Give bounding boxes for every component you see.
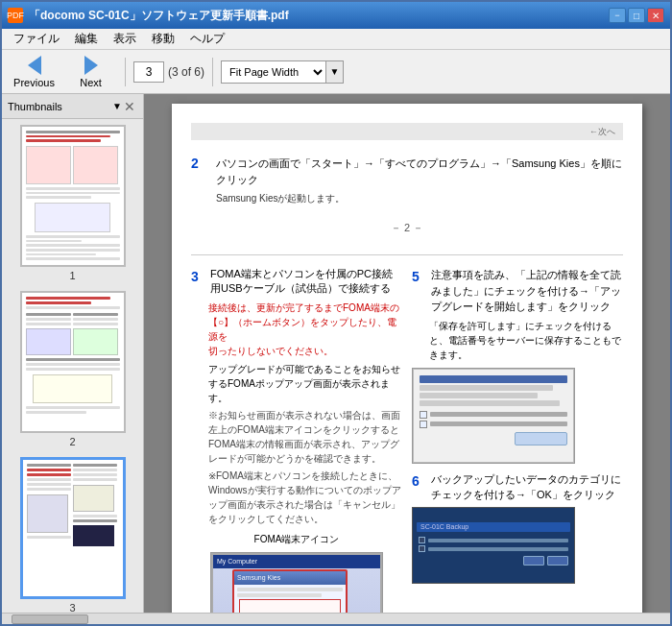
step-2-content: パソコンの画面で「スタート」→「すべてのプログラム」→「Samsung Kies… [216,156,623,205]
page-number-2: － 2 － [191,221,623,235]
step-6-area: 6 バックアップしたいデータのカテゴリにチェックを付ける→「OK」をクリック [412,471,623,584]
step-6-number: 6 [412,471,427,492]
menu-help[interactable]: ヘルプ [182,29,232,49]
step-6-screenshot: SC-01C Backup [412,507,575,584]
step-3-warning: 接続後は、更新が完了するまでFOMA端末の 【○】（ホームボタン）をタップしたり… [208,301,402,358]
step-5-number: 5 [412,267,427,287]
sidebar-close-button[interactable]: ✕ [122,99,137,114]
sidebar-header: Thumbnails ▼ ✕ [2,94,143,119]
page-top-section: ←次へ 2 パソコンの画面で「スタート」→「すべてのプログラム」→「Samsun… [191,123,623,255]
menu-edit[interactable]: 編集 [67,29,106,49]
step-2-sub: Samsung Kiesが起動します。 [216,191,623,205]
window-controls: － □ ✕ [609,8,664,23]
pdf-view-area[interactable]: ←次へ 2 パソコンの画面で「スタート」→「すべてのプログラム」→「Samsun… [144,94,670,613]
step-6-title: バックアップしたいデータのカテゴリにチェックを付ける→「OK」をクリック [431,471,623,503]
step-3-area: 3 FOMA端末とパソコンを付属のPC接続用USBケーブル（試供品）で接続する … [191,267,402,613]
bottom-scrollbar[interactable] [2,613,670,624]
next-label: Next [80,77,102,88]
step-5-screenshot [412,368,575,464]
step-2-number: 2 [191,156,206,205]
toolbar: Previous Next (3 of 6) Fit Page Width Fi… [2,50,670,94]
toolbar-separator [125,58,126,86]
window-frame: PDF 「docomo SC-01C」ソフトウェア更新手順書.pdf － □ ✕… [0,0,672,626]
thumbnail-page-2[interactable]: 2 [6,291,139,447]
thumb-img-3 [20,457,126,599]
app-icon: PDF [8,8,23,23]
page-info: (3 of 6) [168,65,204,79]
window-title: 「docomo SC-01C」ソフトウェア更新手順書.pdf [29,8,609,24]
page3-right-col: 5 注意事項を読み、「上記の情報を全て読みました」にチェックを付ける→「アップグ… [412,267,623,613]
page-number-input[interactable] [133,61,164,83]
sidebar-label: Thumbnails [8,101,110,112]
thumb-label-1: 1 [69,270,75,281]
title-bar: PDF 「docomo SC-01C」ソフトウェア更新手順書.pdf － □ ✕ [2,2,670,29]
page-navigation: (3 of 6) [133,61,204,83]
previous-button[interactable]: Previous [8,54,60,90]
fit-select[interactable]: Fit Page Width Fit Page Actual Size [221,60,326,84]
next-button[interactable]: Next [64,54,117,90]
fit-select-group: Fit Page Width Fit Page Actual Size ▼ [221,60,344,84]
thumb-label-3: 3 [69,602,75,613]
step-5-area: 5 注意事項を読み、「上記の情報を全て読みました」にチェックを付ける→「アップグ… [412,267,623,584]
page3-left-col: 3 FOMA端末とパソコンを付属のPC接続用USBケーブル（試供品）で接続する … [191,267,402,613]
fit-dropdown-button[interactable]: ▼ [326,60,344,84]
pdf-page: ←次へ 2 パソコンの画面で「スタート」→「すべてのプログラム」→「Samsun… [172,104,642,613]
step-3-number: 3 [191,267,206,287]
sidebar: Thumbnails ▼ ✕ [2,94,144,613]
main-area: Thumbnails ▼ ✕ [2,94,670,613]
step-3-sub3: ※FOMA端末とパソコンを接続したときに、Windowsが実行する動作についての… [208,469,402,526]
menu-file[interactable]: ファイル [6,29,67,49]
previous-arrow-icon [28,56,41,75]
step-5-sub: 「保存を許可します」にチェックを付けると、電話番号をサーバーに保存することもでき… [429,319,623,362]
next-arrow-icon [84,56,98,75]
thumb-img-1 [20,125,126,267]
menu-go[interactable]: 移動 [144,29,182,49]
thumbnail-page-3[interactable]: 3 [6,457,139,613]
toolbar-separator-2 [212,58,213,86]
maximize-button[interactable]: □ [628,8,645,23]
step-3-sub2: ※お知らせ画面が表示されない場合は、画面左上のFOMA端末アイコンをクリックする… [208,408,402,466]
sidebar-thumbnails: 1 [2,119,143,613]
page-3-content: 3 FOMA端末とパソコンを付属のPC接続用USBケーブル（試供品）で接続する … [191,267,623,613]
close-button[interactable]: ✕ [647,8,664,23]
horizontal-scrollbar-thumb[interactable] [12,614,88,624]
step-5-title: 注意事項を読み、「上記の情報を全て読みました」にチェックを付ける→「アップグレー… [431,267,623,315]
sidebar-dropdown-icon[interactable]: ▼ [112,101,122,111]
minimize-button[interactable]: － [609,8,626,23]
step-2-text: パソコンの画面で「スタート」→「すべてのプログラム」→「Samsung Kies… [216,156,623,187]
thumbnail-page-1[interactable]: 1 [6,125,139,281]
popup-screenshot: My Computer Samsung Kies [210,552,383,613]
step-3-title: FOMA端末とパソコンを付属のPC接続用USBケーブル（試供品）で接続する [210,267,402,297]
step-3-sub1: アップグレードが可能であることをお知らせするFOMAポップアップ画面が表示されま… [208,362,402,405]
menu-bar: ファイル 編集 表示 移動 ヘルプ [2,29,670,50]
thumb-label-2: 2 [69,436,75,447]
previous-label: Previous [13,77,55,88]
thumb-img-2 [20,291,126,433]
foma-icon-label: FOMA端末アイコン [191,532,402,546]
menu-view[interactable]: 表示 [106,29,144,49]
